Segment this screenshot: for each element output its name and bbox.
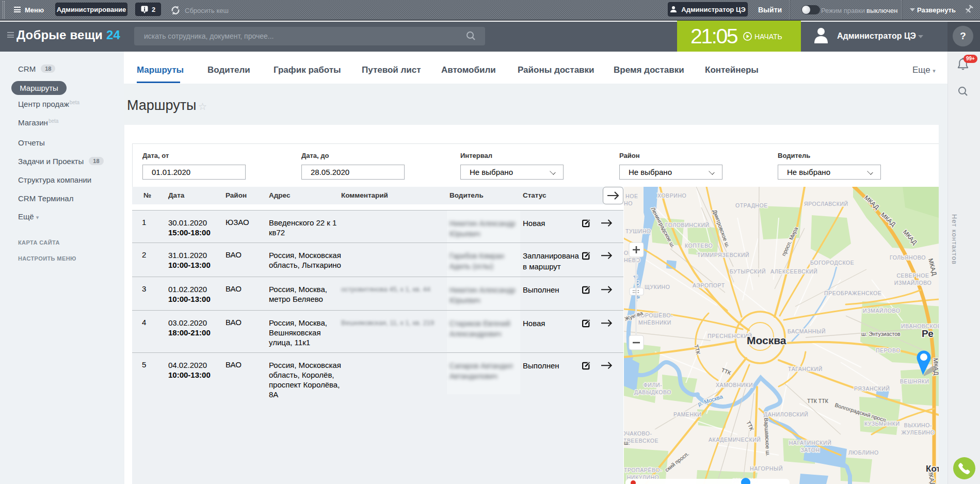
svg-text:ЗАТОН: ЗАТОН [800, 447, 820, 453]
svg-text:АКАДЕМИЧЕСКИЙ: АКАДЕМИЧЕСКИЙ [709, 437, 761, 443]
svg-text:ИЗМАЙЛОВО: ИЗМАЙЛОВО [894, 280, 931, 286]
svg-text:МНЁВНИКИ: МНЁВНИКИ [638, 319, 671, 326]
svg-text:ГОЛЬЯНОВО: ГОЛЬЯНОВО [890, 254, 926, 261]
svg-text:ш.: ш. [624, 440, 630, 446]
svg-text:СЕВЕРНОЕ: СЕВЕРНОЕ [896, 272, 929, 279]
svg-text:АЭРОПОРТ: АЭРОПОРТ [693, 282, 725, 288]
svg-text:ВЕШНЯКИ: ВЕШНЯКИ [900, 378, 929, 384]
svg-text:ПЕРОВО: ПЕРОВО [876, 347, 901, 353]
svg-text:ЯРОСЛАВСКИЙ: ЯРОСЛАВСКИЙ [804, 201, 848, 207]
svg-text:ЛЮБЛИНО: ЛЮБЛИНО [848, 449, 879, 456]
svg-text:КОПТЕВО: КОПТЕВО [685, 243, 713, 249]
svg-text:РЯЗАНСКИЙ: РЯЗАНСКИЙ [854, 385, 890, 392]
svg-text:НОЕ: НОЕ [625, 193, 638, 199]
svg-text:ш. Энтузиастов: ш. Энтузиастов [861, 331, 901, 337]
svg-text:ТТК ТТК: ТТК ТТК [807, 398, 829, 404]
svg-text:ПРЕОБРАЖЕНСКОЕ: ПРЕОБРАЖЕНСКОЕ [824, 290, 881, 296]
svg-text:НО: НО [624, 200, 633, 206]
svg-text:ГОЛОВИНСКИЙ: ГОЛОВИНСКИЙ [665, 222, 710, 228]
svg-text:ТУШИНО: ТУШИНО [625, 228, 651, 234]
svg-text:Ре: Ре [922, 328, 934, 339]
svg-text:ЩУКИНО: ЩУКИНО [645, 284, 670, 290]
svg-text:ТРОПАРЁВО-: ТРОПАРЁВО- [624, 467, 662, 473]
svg-text:ЖУЛЕБИНО: ЖУЛЕБИНО [901, 429, 935, 435]
svg-text:НАГОРНЫЙ: НАГОРНЫЙ [750, 465, 783, 472]
svg-text:НЕВО: НЕВО [624, 257, 640, 263]
svg-text:АЛЕКСЕЕВСКИЙ: АЛЕКСЕЕВСКИЙ [770, 268, 817, 275]
svg-text:Кот: Кот [926, 464, 939, 474]
svg-text:ХОВРИНО: ХОВРИНО [657, 192, 686, 199]
svg-text:БУТЫРСКИЙ: БУТЫРСКИЙ [730, 268, 766, 275]
svg-text:ПРЕСНЕНСКИЙ: ПРЕСНЕНСКИЙ [708, 333, 752, 339]
svg-text:Москва: Москва [747, 334, 786, 346]
svg-text:ОТРАДНОЕ: ОТРАДНОЕ [735, 202, 768, 208]
svg-text:ФИЛИ-: ФИЛИ- [644, 382, 662, 388]
svg-text:ДАВЫДКОВО: ДАВЫДКОВО [634, 389, 671, 395]
svg-text:ОЧАКОВО-: ОЧАКОВО- [624, 430, 652, 437]
svg-text:ДАНИЛОВСКИЙ: ДАНИЛОВСКИЙ [764, 411, 808, 417]
svg-text:НАГАТИНСКИЙ: НАГАТИНСКИЙ [789, 440, 832, 446]
svg-text:ВЫХИНО-: ВЫХИНО- [904, 422, 932, 428]
svg-text:РАМЕНКИ: РАМЕНКИ [673, 411, 702, 417]
svg-text:БАСМАННЫЙ: БАСМАННЫЙ [788, 328, 826, 334]
svg-text:ИЗМАЙЛОВО: ИЗМАЙЛОВО [863, 308, 900, 314]
svg-text:ХАМОВНИКИ: ХАМОВНИКИ [716, 382, 753, 388]
svg-text:ТИМИРЯЗЕВСКИЙ: ТИМИРЯЗЕВСКИЙ [697, 252, 749, 258]
svg-text:БОГОРОДСКОЕ: БОГОРОДСКОЕ [810, 260, 854, 266]
svg-text:ТАГАНСКИЙ: ТАГАНСКИЙ [788, 366, 823, 372]
